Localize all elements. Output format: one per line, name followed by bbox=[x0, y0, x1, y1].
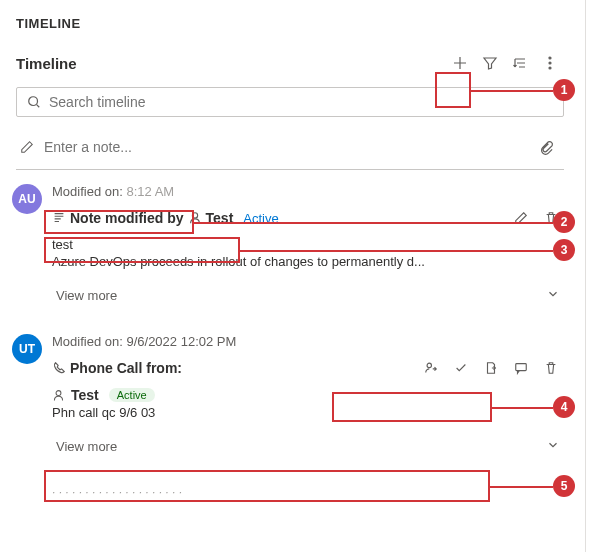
note-icon bbox=[52, 211, 66, 225]
pencil-icon bbox=[20, 140, 34, 154]
view-more-label: View more bbox=[56, 288, 117, 303]
modified-line: Modified on: 9/6/2022 12:02 PM bbox=[52, 334, 564, 349]
sort-icon bbox=[512, 55, 528, 71]
trash-icon bbox=[544, 211, 558, 225]
svg-point-2 bbox=[549, 67, 551, 69]
complete-button[interactable] bbox=[448, 355, 474, 381]
entry-body: Azure DevOps proceeds in rollout of chan… bbox=[52, 254, 564, 269]
svg-point-0 bbox=[549, 57, 551, 59]
check-icon bbox=[454, 361, 468, 375]
timeline-toolbar: Timeline bbox=[16, 49, 564, 77]
trash-icon bbox=[544, 361, 558, 375]
modified-label: Modified on: bbox=[52, 334, 123, 349]
person-icon bbox=[188, 211, 202, 225]
sort-button[interactable] bbox=[506, 49, 534, 77]
entry-actions bbox=[418, 355, 564, 381]
person-icon bbox=[52, 389, 65, 402]
assign-button[interactable] bbox=[418, 355, 444, 381]
modified-line: Modified on: 8:12 AM bbox=[52, 184, 564, 199]
right-divider bbox=[585, 0, 586, 552]
entry-actions bbox=[508, 205, 564, 231]
entry-title: Phn call qc 9/6 03 bbox=[52, 405, 564, 420]
chevron-down-icon bbox=[546, 287, 560, 304]
note-input-row[interactable] bbox=[16, 127, 564, 170]
reply-button[interactable] bbox=[508, 355, 534, 381]
subject-text: Phone Call from: bbox=[70, 360, 182, 376]
plus-icon bbox=[452, 55, 468, 71]
svg-point-7 bbox=[56, 390, 61, 395]
view-more-button[interactable]: View more bbox=[52, 430, 564, 463]
filter-button[interactable] bbox=[476, 49, 504, 77]
status-badge: Active bbox=[109, 388, 155, 402]
view-more-label: View more bbox=[56, 439, 117, 454]
subject-row: Note modified by Test Active bbox=[52, 205, 564, 231]
svg-point-3 bbox=[29, 97, 38, 106]
funnel-icon bbox=[482, 55, 498, 71]
pencil-icon bbox=[514, 211, 528, 225]
subject-text: Note modified by bbox=[70, 210, 184, 226]
chat-icon bbox=[514, 361, 528, 375]
delete-button[interactable] bbox=[538, 205, 564, 231]
attach-button[interactable] bbox=[532, 133, 560, 161]
search-input[interactable] bbox=[49, 94, 553, 110]
more-vertical-icon bbox=[542, 55, 558, 71]
subject-row: Phone Call from: bbox=[52, 355, 564, 381]
view-more-button[interactable]: View more bbox=[52, 279, 564, 312]
toolbar-actions bbox=[446, 49, 564, 77]
paperclip-icon bbox=[539, 140, 554, 155]
svg-point-1 bbox=[549, 62, 551, 64]
auto-post-partial: · · · · · · · · · · · · · · · · · · · · bbox=[16, 485, 564, 499]
from-line: Test Active bbox=[52, 387, 564, 403]
timeline-title: Timeline bbox=[16, 55, 446, 72]
phone-icon bbox=[52, 361, 66, 375]
search-box[interactable] bbox=[16, 87, 564, 117]
edit-button[interactable] bbox=[508, 205, 534, 231]
more-button[interactable] bbox=[536, 49, 564, 77]
section-header: TIMELINE bbox=[16, 16, 564, 31]
status-link[interactable]: Active bbox=[243, 211, 278, 226]
actor-name: Test bbox=[71, 387, 99, 403]
add-button[interactable] bbox=[446, 49, 474, 77]
timeline-entry: UT Modified on: 9/6/2022 12:02 PM Phone … bbox=[16, 334, 564, 463]
actor-name: Test bbox=[206, 210, 234, 226]
search-icon bbox=[27, 95, 41, 109]
modified-label: Modified on: bbox=[52, 184, 123, 199]
svg-point-4 bbox=[192, 213, 197, 218]
avatar: AU bbox=[12, 184, 42, 214]
delete-button[interactable] bbox=[538, 355, 564, 381]
svg-rect-6 bbox=[516, 364, 527, 371]
avatar: UT bbox=[12, 334, 42, 364]
document-arrow-icon bbox=[484, 361, 498, 375]
person-arrow-icon bbox=[424, 361, 438, 375]
modified-time: 9/6/2022 12:02 PM bbox=[126, 334, 236, 349]
note-input[interactable] bbox=[44, 139, 532, 155]
open-record-button[interactable] bbox=[478, 355, 504, 381]
timeline-entry: AU Modified on: 8:12 AM Note modified by… bbox=[16, 184, 564, 312]
chevron-down-icon bbox=[546, 438, 560, 455]
svg-point-5 bbox=[427, 363, 431, 367]
modified-time: 8:12 AM bbox=[126, 184, 174, 199]
entry-title: test bbox=[52, 237, 564, 252]
